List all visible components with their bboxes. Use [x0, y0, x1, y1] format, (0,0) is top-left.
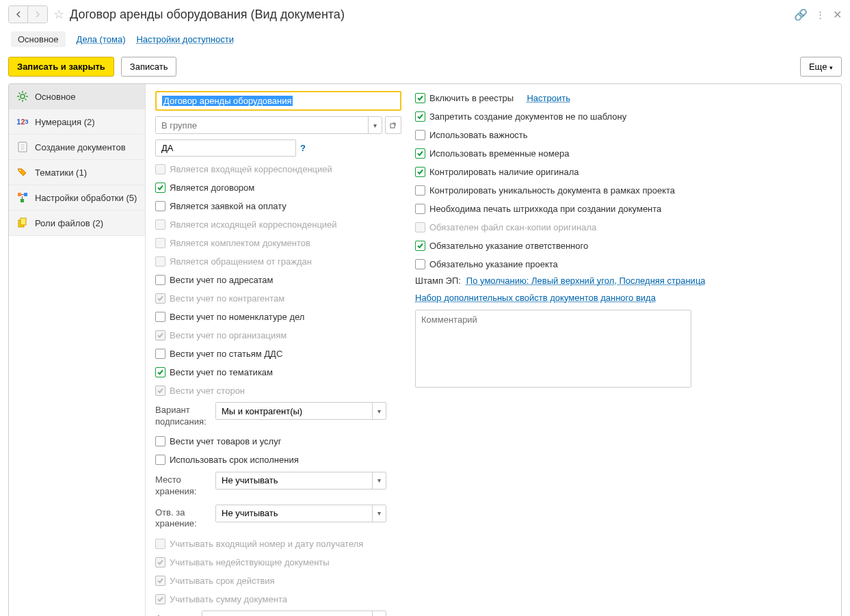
close-icon[interactable]: ✕ [833, 8, 842, 21]
chk-responsible[interactable] [415, 241, 425, 251]
svg-rect-8 [21, 199, 24, 202]
chk-original[interactable] [415, 167, 425, 177]
sidebar-item-creation[interactable]: Создание документов [9, 135, 145, 160]
kebab-icon[interactable]: ⋮ [816, 10, 825, 20]
more-button[interactable]: Еще ▾ [800, 57, 842, 77]
files-icon [16, 216, 29, 230]
chk-citizen [155, 256, 165, 267]
sidebar-item-label: Тематики (1) [35, 168, 87, 178]
chevron-down-icon[interactable]: ▾ [372, 611, 386, 616]
chk-project[interactable] [415, 259, 425, 269]
chk-payment[interactable] [155, 201, 165, 211]
chk-scan [415, 222, 425, 232]
chk-unique[interactable] [415, 185, 425, 196]
sidebar-item-label: Основное [35, 92, 76, 102]
svg-rect-13 [390, 124, 395, 128]
stamp-label: Штамп ЭП: [415, 276, 461, 286]
form-label: Форма: [155, 611, 196, 616]
svg-rect-7 [24, 193, 27, 196]
chk-invalid [155, 557, 165, 567]
comment-textarea[interactable] [415, 310, 691, 388]
chk-registry[interactable] [415, 93, 425, 103]
chk-dds[interactable] [155, 349, 165, 359]
chevron-down-icon[interactable]: ▾ [372, 403, 386, 419]
chevron-down-icon[interactable]: ▾ [372, 505, 386, 522]
chk-temp-numbers[interactable] [415, 148, 425, 159]
back-button[interactable] [9, 6, 28, 23]
chk-recipient-num [155, 539, 165, 549]
tab-cases[interactable]: Дела (тома) [77, 31, 126, 47]
props-link[interactable]: Набор дополнительных свойств документов … [415, 293, 656, 303]
forward-button[interactable] [28, 6, 47, 23]
sidebar-item-numbering[interactable]: 123 Нумерация (2) [9, 109, 145, 135]
storage-label: Место хранения: [155, 472, 210, 498]
signing-dropdown[interactable]: ▾ [215, 402, 386, 420]
chk-deadline[interactable] [155, 455, 165, 465]
open-external-button[interactable] [385, 116, 401, 134]
chk-themes[interactable] [155, 367, 165, 377]
save-close-button[interactable]: Записать и закрыть [8, 57, 114, 77]
svg-rect-6 [18, 193, 21, 196]
resp-label: Отв. за хранение: [155, 505, 210, 531]
svg-point-0 [21, 94, 25, 98]
name-input[interactable]: Договор аренды оборудования [155, 91, 401, 111]
save-button[interactable]: Записать [121, 57, 177, 77]
help-icon[interactable]: ? [300, 143, 306, 153]
resp-dropdown[interactable]: ▾ [215, 505, 386, 522]
chk-incoming [155, 164, 165, 174]
chk-addressees[interactable] [155, 275, 165, 285]
workflow-icon [16, 191, 29, 204]
chevron-down-icon[interactable]: ▾ [372, 472, 386, 489]
chk-contract[interactable] [155, 183, 165, 193]
group-dropdown[interactable]: ▾ [155, 116, 382, 134]
sidebar-item-label: Роли файлов (2) [35, 218, 103, 228]
sidebar-item-label: Нумерация (2) [35, 117, 95, 127]
chk-counterparties [155, 293, 165, 304]
svg-point-5 [19, 170, 21, 171]
code-input[interactable] [155, 139, 296, 157]
tags-icon [16, 165, 29, 179]
sidebar-item-label: Создание документов [35, 142, 126, 152]
chk-barcode[interactable] [415, 204, 425, 214]
favorite-icon[interactable]: ☆ [53, 7, 64, 22]
configure-link[interactable]: Настроить [527, 93, 570, 103]
sidebar-item-themes[interactable]: Тематики (1) [9, 160, 145, 185]
stamp-link[interactable]: По умолчанию: Левый верхний угол, Послед… [466, 276, 706, 286]
page-title: Договор аренды оборудования (Вид докумен… [70, 8, 788, 22]
chk-docset [155, 238, 165, 248]
tab-access[interactable]: Настройки доступности [136, 31, 233, 47]
chk-template[interactable] [415, 111, 425, 122]
sidebar-item-processing[interactable]: Настройки обработки (5) [9, 185, 145, 211]
group-input[interactable] [156, 117, 368, 133]
gear-icon [16, 90, 29, 103]
chk-nomenclature[interactable] [155, 312, 165, 322]
chevron-down-icon[interactable]: ▾ [368, 117, 382, 133]
signing-label: Вариант подписания: [155, 402, 210, 428]
storage-dropdown[interactable]: ▾ [215, 472, 386, 490]
form-dropdown[interactable]: ▾ [202, 611, 386, 616]
tab-main[interactable]: Основное [11, 31, 66, 47]
chk-orgs [155, 330, 165, 340]
numbering-icon: 123 [16, 115, 29, 129]
chk-importance[interactable] [415, 130, 425, 140]
document-icon [16, 140, 29, 154]
chk-parties [155, 386, 165, 396]
chk-outgoing [155, 219, 165, 230]
sidebar-item-label: Настройки обработки (5) [35, 193, 137, 203]
sidebar-item-main[interactable]: Основное [9, 84, 145, 109]
svg-rect-12 [21, 218, 26, 225]
link-icon[interactable]: 🔗 [794, 8, 808, 21]
sidebar-item-file-roles[interactable]: Роли файлов (2) [9, 211, 145, 236]
chk-validity [155, 576, 165, 586]
chk-amount [155, 594, 165, 604]
chk-goods[interactable] [155, 436, 165, 446]
